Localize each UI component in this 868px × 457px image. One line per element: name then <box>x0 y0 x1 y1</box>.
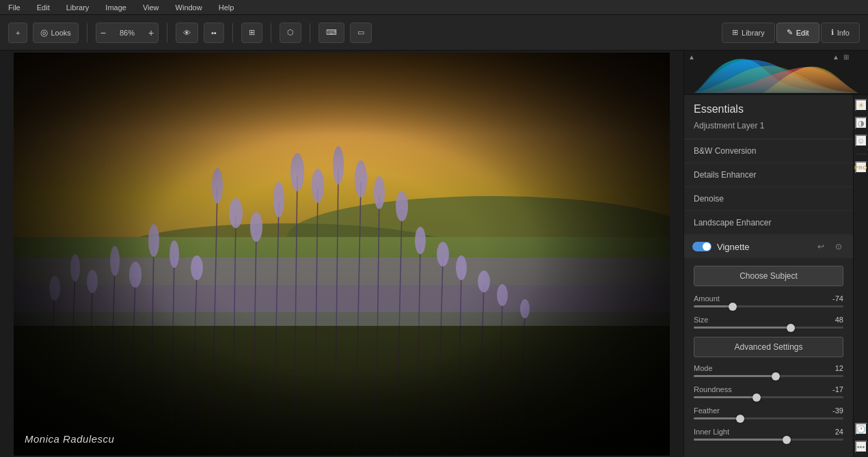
panel-header: Essentials Adjustment Layer 1 <box>684 95 853 139</box>
zoom-plus-button[interactable]: + <box>144 23 158 42</box>
library-icon: ⊞ <box>732 28 738 37</box>
split-icon: ▪▪ <box>211 29 217 37</box>
clock-icon-button[interactable]: 🕐 <box>855 423 867 435</box>
main-area: Monica Radulescu <box>0 51 868 457</box>
watermark-text: Monica Radulescu <box>25 433 114 445</box>
feather-slider-row: Feather -39 <box>684 402 853 424</box>
more-icon-button[interactable]: ••• <box>855 441 867 453</box>
menu-edit[interactable]: Edit <box>34 3 53 12</box>
pro-badge[interactable]: PRO <box>855 161 867 174</box>
inner-light-slider-row: Inner Light 24 <box>684 424 853 445</box>
menu-view[interactable]: View <box>140 3 162 12</box>
size-label-row: Size 48 <box>694 316 843 324</box>
menu-file[interactable]: File <box>5 3 23 12</box>
histogram-triangle-icon: ▲ <box>688 53 695 61</box>
eye-icon: 👁 <box>183 29 191 37</box>
zoom-minus-button[interactable]: − <box>96 23 110 42</box>
edit-icon: ✎ <box>787 28 793 37</box>
photo-canvas: Monica Radulescu <box>14 53 670 456</box>
mode-slider-row: Mode 12 <box>684 360 853 381</box>
adjustments-icon-button[interactable]: ☀ <box>855 99 867 111</box>
looks-button[interactable]: ◎ Looks <box>33 23 78 43</box>
vignette-toggle[interactable] <box>692 242 711 251</box>
vignette-reset-button[interactable]: ↩ <box>815 240 827 253</box>
strip-separator <box>856 154 866 154</box>
choose-subject-button[interactable]: Choose Subject <box>694 266 843 286</box>
panel-item-bw[interactable]: B&W Conversion <box>684 139 853 163</box>
size-label: Size <box>694 316 708 324</box>
histogram-svg <box>688 55 864 93</box>
inner-light-slider[interactable] <box>694 439 843 441</box>
panel-item-landscape[interactable]: Landscape Enhancer <box>684 211 853 235</box>
separator-1 <box>87 23 87 42</box>
amount-fill <box>694 305 733 307</box>
feather-value: -39 <box>832 406 843 415</box>
amount-label-row: Amount -74 <box>694 294 843 303</box>
crop-button[interactable]: ⊞ <box>241 23 262 43</box>
amount-thumb[interactable] <box>729 303 737 311</box>
crop-icon: ⊞ <box>249 28 255 37</box>
amount-slider-row: Amount -74 <box>684 290 853 311</box>
tab-library[interactable]: ⊞ Library <box>722 23 775 43</box>
panel-icon-strip: ☀ ◑ ☺ PRO 🕐 ••• <box>853 95 868 457</box>
split-button[interactable]: ▪▪ <box>204 23 224 43</box>
tab-edit[interactable]: ✎ Edit <box>776 23 819 43</box>
zoom-value: 86% <box>110 29 144 37</box>
vignette-expand-button[interactable]: ⊙ <box>832 240 845 253</box>
color-icon-button[interactable]: ◑ <box>855 117 867 129</box>
keyboard-button[interactable]: ⌨ <box>318 23 344 43</box>
inner-light-fill <box>694 439 787 441</box>
panel-subtitle: Adjustment Layer 1 <box>684 121 853 139</box>
inner-light-value: 24 <box>835 428 843 436</box>
stamp-button[interactable]: ⬡ <box>280 23 301 43</box>
feather-label: Feather <box>694 406 720 415</box>
canvas-area[interactable]: Monica Radulescu <box>0 51 683 457</box>
mode-value: 12 <box>835 364 843 372</box>
tab-group: ⊞ Library ✎ Edit ℹ Info <box>722 23 860 43</box>
frame-icon: ▭ <box>357 28 364 37</box>
vignette-overlay <box>14 53 670 456</box>
toolbar: + ◎ Looks − 86% + 👁 ▪▪ ⊞ ⬡ ⌨ ▭ ⊞ Library… <box>0 15 868 51</box>
separator-2 <box>167 23 167 42</box>
mode-thumb[interactable] <box>772 372 780 380</box>
roundness-slider-row: Roundness -17 <box>684 381 853 402</box>
size-fill <box>694 327 791 329</box>
keyboard-icon: ⌨ <box>326 28 337 37</box>
menu-window[interactable]: Window <box>173 3 205 12</box>
feather-label-row: Feather -39 <box>694 406 843 415</box>
panel-item-details[interactable]: Details Enhancer <box>684 163 853 187</box>
menu-library[interactable]: Library <box>64 3 92 12</box>
amount-slider[interactable] <box>694 305 843 307</box>
frame-button[interactable]: ▭ <box>350 23 372 43</box>
face-icon-button[interactable]: ☺ <box>855 135 867 147</box>
feather-fill <box>694 417 740 419</box>
menu-bar: File Edit Library Image View Window Help <box>0 0 868 15</box>
inner-light-label: Inner Light <box>694 428 729 436</box>
mode-slider[interactable] <box>694 375 843 377</box>
roundness-fill <box>694 396 757 398</box>
size-slider[interactable] <box>694 327 843 329</box>
vignette-header: Vignette ↩ ⊙ <box>684 235 853 259</box>
size-thumb[interactable] <box>787 324 795 332</box>
menu-image[interactable]: Image <box>103 3 129 12</box>
vignette-title: Vignette <box>717 242 809 252</box>
feather-thumb[interactable] <box>736 415 744 423</box>
essentials-panel: Essentials Adjustment Layer 1 B&W Conver… <box>684 95 853 457</box>
roundness-slider[interactable] <box>694 396 843 398</box>
add-button[interactable]: + <box>8 23 27 43</box>
toggle-dot <box>703 243 711 251</box>
preview-button[interactable]: 👁 <box>176 23 198 43</box>
panel-item-denoise[interactable]: Denoise <box>684 187 853 211</box>
advanced-settings-button[interactable]: Advanced Settings <box>694 337 843 357</box>
mode-label-row: Mode 12 <box>694 364 843 372</box>
inner-light-thumb[interactable] <box>783 436 791 444</box>
menu-help[interactable]: Help <box>216 3 237 12</box>
roundness-label-row: Roundness -17 <box>694 385 843 393</box>
feather-slider[interactable] <box>694 417 843 419</box>
roundness-thumb[interactable] <box>752 393 761 402</box>
plus-icon: + <box>16 29 20 37</box>
inner-light-label-row: Inner Light 24 <box>694 428 843 436</box>
right-panel: ▲ ▲ ⊞ Essentials Adjustment Layer 1 B&W … <box>683 51 868 457</box>
mode-label: Mode <box>694 364 713 372</box>
tab-info[interactable]: ℹ Info <box>821 23 860 43</box>
